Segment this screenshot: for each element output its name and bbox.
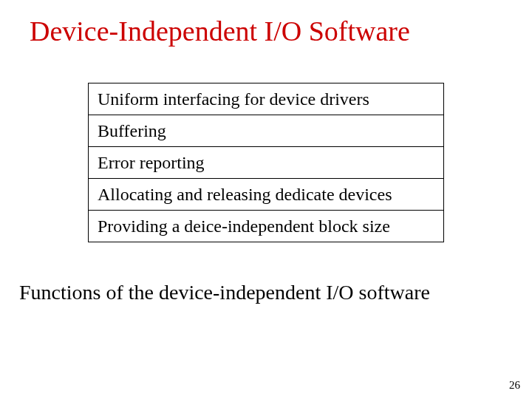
caption: Functions of the device-independent I/O … — [0, 281, 532, 304]
table-row: Uniform interfacing for device drivers — [89, 83, 443, 115]
functions-table: Uniform interfacing for device drivers B… — [88, 83, 444, 242]
table-row: Providing a deice-independent block size — [89, 210, 443, 242]
slide-title: Device-Independent I/O Software — [0, 0, 532, 47]
table-cell: Allocating and releasing dedicate device… — [89, 179, 443, 210]
table-row: Buffering — [89, 115, 443, 146]
table-cell: Uniform interfacing for device drivers — [89, 83, 443, 115]
table-cell: Providing a deice-independent block size — [89, 211, 443, 242]
table-row: Allocating and releasing dedicate device… — [89, 178, 443, 210]
table-cell: Error reporting — [89, 147, 443, 178]
page-number: 26 — [509, 379, 520, 392]
table-row: Error reporting — [89, 146, 443, 178]
slide: Device-Independent I/O Software Uniform … — [0, 0, 532, 399]
table-cell: Buffering — [89, 115, 443, 146]
